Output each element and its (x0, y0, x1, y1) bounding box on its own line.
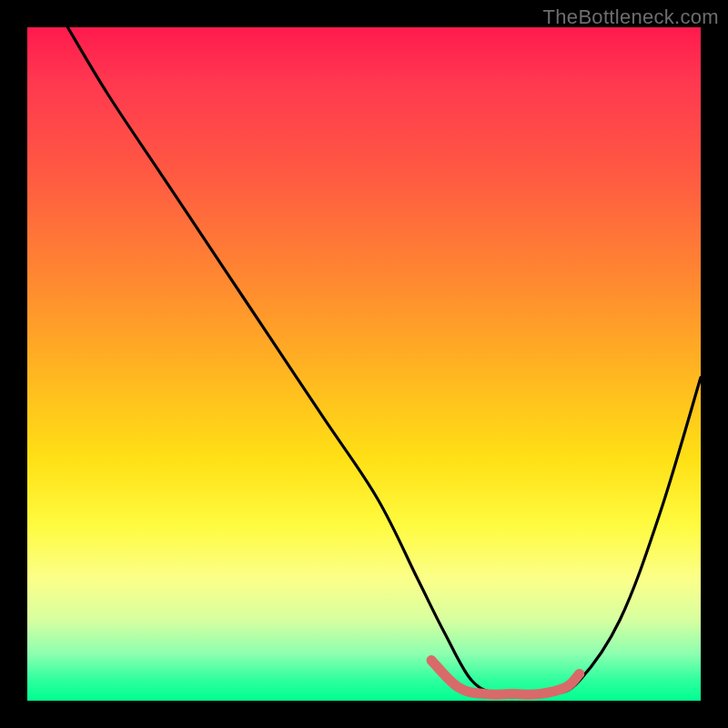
curve-svg (27, 27, 701, 701)
plot-area (27, 27, 701, 701)
chart-frame: TheBottleneck.com (0, 0, 728, 728)
bottleneck-curve-line (67, 27, 701, 695)
watermark-text: TheBottleneck.com (543, 5, 719, 29)
accent-segment-line (431, 661, 580, 695)
